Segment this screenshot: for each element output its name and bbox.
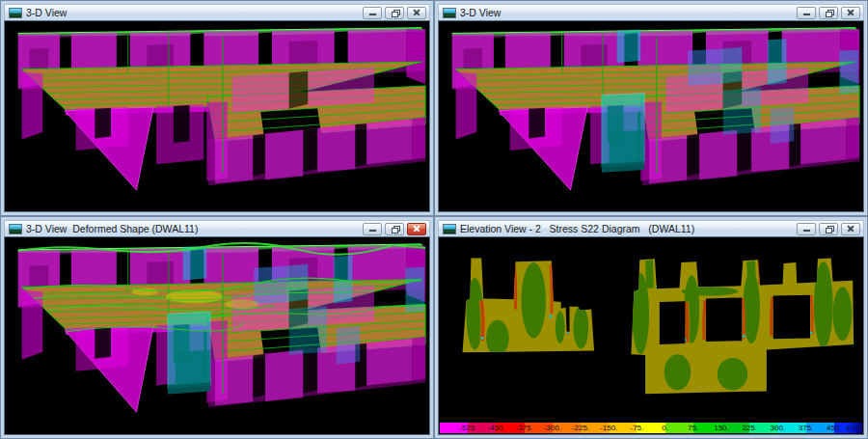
legend-color-segment [777,423,805,433]
legend-color-segment [440,423,468,433]
legend-color-segment [665,423,693,433]
titlebar[interactable]: 3-D View [438,4,864,20]
window-elevation-stress: Elevation View - 2 Stress S22 Diagram (D… [434,216,868,439]
close-button[interactable] [841,7,860,19]
restore-icon [826,226,832,232]
close-button[interactable] [841,223,860,235]
app-workspace: 3-D View 3-D View [0,0,868,439]
minimize-button[interactable] [363,223,382,235]
window-3d-view-1: 3-D View [0,0,434,216]
titlebar[interactable]: Elevation View - 2 Stress S22 Diagram (D… [438,220,864,236]
legend-color-segment [721,423,749,433]
window-title: Elevation View - 2 Stress S22 Diagram (D… [460,223,797,234]
minimize-icon [803,14,810,15]
titlebar[interactable]: 3-D View [4,4,430,20]
titlebar[interactable]: 3-D View Deformed Shape (DWAL11) [4,220,430,236]
close-icon [413,9,420,16]
close-icon [847,225,854,233]
restore-icon [392,226,398,232]
view-window-icon[interactable] [9,8,22,18]
restore-button[interactable] [385,223,404,235]
3d-view-viewport[interactable] [4,20,430,212]
close-icon [847,9,854,16]
deformed-model-drawing [5,237,429,434]
minimize-button[interactable] [363,7,382,19]
legend-color-segment [525,423,553,433]
legend-color-segment [693,423,721,433]
3d-model-drawing [5,21,429,211]
window-3d-view-2: 3-D View [434,0,868,216]
restore-icon [392,10,398,15]
minimize-icon [803,230,810,232]
stress-contour-drawing [439,237,863,423]
close-icon [413,225,420,233]
restore-button[interactable] [385,7,404,19]
view-window-icon[interactable] [443,8,456,18]
window-title: 3-D View [26,7,363,18]
legend-color-segment [553,423,581,433]
legend-color-segment [581,423,609,433]
close-button[interactable] [407,7,426,19]
deformed-shape-viewport[interactable] [4,236,430,435]
restore-icon [826,10,832,15]
restore-button[interactable] [819,7,838,19]
window-title: 3-D View [460,7,797,18]
minimize-button[interactable] [797,7,816,19]
minimize-icon [369,230,376,232]
legend-color-segment [806,423,834,433]
stress-diagram-viewport[interactable]: E+3 -525.-450.-375.-300.-225.-150.-75.0.… [438,236,864,435]
minimize-icon [369,14,376,15]
window-title: 3-D View Deformed Shape (DWAL11) [26,223,363,234]
close-button[interactable] [407,223,426,235]
legend-color-segment [468,423,496,433]
legend-color-segment [834,423,862,433]
view-window-icon[interactable] [443,224,456,234]
3d-model-drawing-selected-walls [439,21,863,211]
3d-view-viewport[interactable] [438,20,864,212]
legend-color-segment [496,423,524,433]
restore-button[interactable] [819,223,838,235]
window-3d-deformed-shape: 3-D View Deformed Shape (DWAL11) [0,216,434,439]
legend-color-segment [609,423,637,433]
view-window-icon[interactable] [9,224,22,234]
legend-color-segment [749,423,777,433]
minimize-button[interactable] [797,223,816,235]
legend-color-segment [637,423,665,433]
legend-bar [440,423,862,433]
